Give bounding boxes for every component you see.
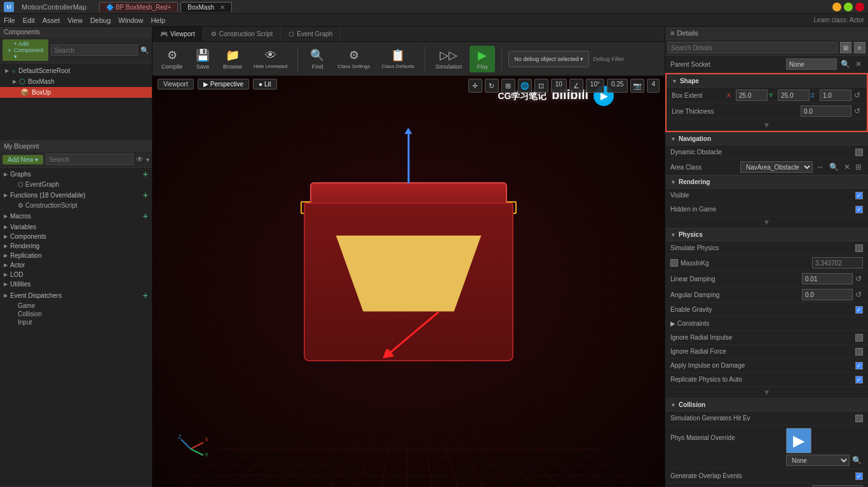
bp-utilities-header[interactable]: ▶ Utilities (0, 279, 152, 289)
enable-gravity-checkbox[interactable] (855, 306, 863, 314)
comp-item-default-scene-root[interactable]: ▶ ⬦ DefaultSceneRoot (0, 65, 152, 76)
parent-socket-search-icon[interactable]: 🔍 (839, 60, 851, 69)
bp-replication-header[interactable]: ▶ Replication (0, 251, 152, 260)
bp-collision[interactable]: Collision (0, 310, 152, 318)
bp-event-graph[interactable]: ⬡ EventGraph (0, 180, 152, 189)
viewport-btn[interactable]: Viewport (158, 79, 194, 90)
bp-lod-header[interactable]: ▶ LOD (0, 270, 152, 279)
bp-actor-header[interactable]: ▶ Actor (0, 260, 152, 270)
browse-button[interactable]: 📁 Browse (219, 46, 246, 72)
vp-scale-val[interactable]: 0.25 (607, 79, 628, 93)
translate-y-handle[interactable] (408, 133, 410, 183)
angular-damping-input[interactable] (802, 289, 853, 300)
phys-mat-search-icon[interactable]: 🔍 (851, 456, 863, 465)
bp-macros-header[interactable]: ▶ Macros + (0, 210, 152, 222)
viewport[interactable]: CG学习笔记 bilibili ▶ X Y Z (153, 76, 665, 487)
bp-functions-add[interactable]: + (143, 190, 148, 200)
add-new-button[interactable]: Add New ▾ (3, 155, 43, 164)
details-grid-btn[interactable]: ⊞ (840, 42, 851, 53)
menu-help[interactable]: Help (151, 17, 165, 24)
physics-scroll[interactable]: ▼ (665, 387, 868, 398)
find-button[interactable]: 🔍 Find (304, 46, 330, 72)
simulate-physics-checkbox[interactable] (855, 244, 863, 252)
navigation-header[interactable]: ▼ Navigation (665, 132, 868, 145)
eye-icon[interactable]: 👁 (136, 155, 144, 164)
bp-functions-header[interactable]: ▶ Functions (18 Overridable) + (0, 189, 152, 201)
mass-override-checkbox[interactable] (670, 259, 678, 267)
mass-input[interactable] (812, 257, 863, 269)
vp-camera-speed[interactable]: 4 (647, 79, 660, 93)
components-search-input[interactable] (51, 44, 138, 56)
compile-button[interactable]: ⚙ Compile (158, 46, 186, 72)
ignore-radial-force-checkbox[interactable] (855, 348, 863, 356)
bp-graphs-add[interactable]: + (143, 169, 148, 179)
tab-bp-boxmesh[interactable]: 🔷 BP BoxMesh_Red+ (99, 2, 178, 12)
menu-edit[interactable]: Edit (23, 17, 35, 24)
sim-hit-checkbox[interactable] (855, 415, 863, 422)
area-class-pick-icon[interactable]: ↔ (815, 163, 825, 171)
area-class-clear-icon[interactable]: ✕ (843, 163, 851, 171)
menu-debug[interactable]: Debug (90, 17, 111, 24)
box-extent-z[interactable] (820, 90, 851, 101)
vp-angle-val[interactable]: 10° (586, 79, 604, 93)
blueprint-search-input[interactable] (46, 154, 133, 165)
menu-view[interactable]: View (67, 17, 83, 24)
bp-variables-header[interactable]: ▶ Variables (0, 222, 152, 232)
line-thickness-input[interactable] (801, 105, 851, 117)
parent-socket-input[interactable] (786, 58, 837, 70)
perspective-btn[interactable]: ▶ Perspective (198, 79, 249, 90)
hide-unrelated-button[interactable]: 👁 Hide Unrelated (250, 46, 291, 72)
vp-grid-size[interactable]: 10 (551, 79, 567, 93)
dynamic-obstacle-checkbox[interactable] (855, 149, 863, 156)
menu-window[interactable]: Window (118, 17, 143, 24)
bp-event-dispatchers-header[interactable]: ▶ Event Dispatchers + (0, 289, 152, 302)
tab-viewport[interactable]: 🎮 Viewport (153, 27, 203, 41)
bp-macros-add[interactable]: + (143, 211, 148, 221)
maximize-btn[interactable] (844, 3, 853, 11)
linear-damping-reset[interactable]: ↺ (854, 274, 863, 283)
tab-boxmash[interactable]: BoxMash ✕ (180, 2, 231, 12)
menu-file[interactable]: File (4, 17, 15, 24)
simulation-button[interactable]: ▷▷ Simulation (431, 46, 466, 72)
bp-construction-script[interactable]: ⚙ ConstructionScript (0, 201, 152, 210)
class-settings-button[interactable]: ⚙ Class Settings (334, 46, 374, 72)
minimize-btn[interactable] (832, 3, 841, 11)
rendering-header[interactable]: ▼ Rendering (665, 175, 868, 189)
comp-item-boxmash[interactable]: ▶ ⬡ BoxMash (0, 76, 152, 87)
box-extent-x[interactable] (736, 90, 768, 101)
tab-construction-script[interactable]: ⚙ Construction Script (203, 27, 281, 41)
vp-angle-icon[interactable]: ∠ (569, 79, 583, 93)
area-class-browse-icon[interactable]: ⊞ (854, 163, 863, 171)
bp-rendering-header[interactable]: ▶ Rendering (0, 241, 152, 251)
debug-dropdown[interactable]: No debug object selected ▾ (508, 51, 589, 67)
physics-header[interactable]: ▼ Physics (665, 228, 868, 241)
tab-event-graph[interactable]: ⬡ Event Graph (281, 27, 341, 41)
apply-impulse-checkbox[interactable] (855, 362, 863, 370)
menu-asset[interactable]: Asset (43, 17, 60, 24)
replicate-physics-checkbox[interactable] (855, 376, 863, 384)
hidden-in-game-checkbox[interactable] (855, 206, 863, 213)
bp-dispatchers-add[interactable]: + (143, 290, 148, 300)
parent-socket-clear-icon[interactable]: ✕ (854, 60, 863, 69)
bp-graphs-header[interactable]: ▶ Graphs + (0, 168, 152, 180)
save-button[interactable]: 💾 Save (190, 46, 215, 72)
area-class-dropdown[interactable]: NavArea_Obstacle (740, 161, 813, 173)
phys-material-dropdown[interactable]: None (786, 455, 850, 466)
vp-scale-icon[interactable]: ⊞ (501, 79, 515, 93)
comp-item-boxup[interactable]: 📦 BoxUp (0, 87, 152, 98)
bp-game[interactable]: Game (0, 302, 152, 310)
rendering-scroll[interactable]: ▼ (665, 217, 868, 228)
details-search-input[interactable] (668, 42, 837, 53)
shape-section-header[interactable]: ▼ Shape (667, 74, 867, 88)
bp-input[interactable]: Input (0, 318, 152, 326)
box-extent-reset[interactable]: ↺ (853, 91, 862, 100)
vp-move-icon[interactable]: ✛ (468, 79, 482, 93)
vp-rotate-icon[interactable]: ↻ (485, 79, 499, 93)
collapse-icon[interactable]: ▾ (146, 156, 149, 163)
vp-world-icon[interactable]: 🌐 (518, 79, 532, 93)
box-extent-y[interactable] (778, 90, 810, 101)
visible-checkbox[interactable] (855, 192, 863, 199)
lit-btn[interactable]: ● Lit (253, 79, 277, 90)
bp-components-header[interactable]: ▶ Components (0, 232, 152, 241)
close-btn[interactable] (855, 3, 864, 11)
